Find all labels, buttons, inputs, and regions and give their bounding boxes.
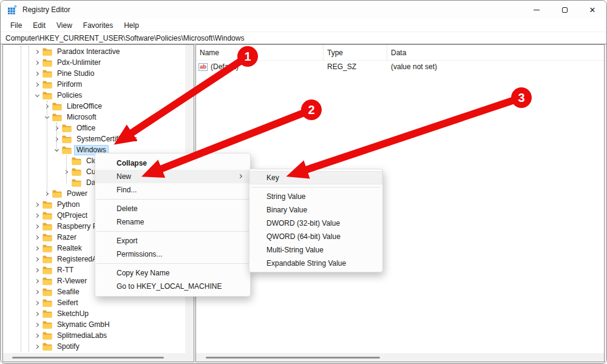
- menu-item-dword-32-bit-value[interactable]: DWORD (32-bit) Value: [249, 217, 382, 230]
- menu-item-new[interactable]: New: [95, 170, 250, 183]
- chevron-icon[interactable]: [33, 233, 41, 241]
- chevron-icon[interactable]: [33, 298, 41, 307]
- menubar-item-label: View: [56, 21, 72, 30]
- menu-item-rename[interactable]: Rename: [95, 215, 250, 229]
- menu-bar: FileEditViewFavoritesHelp: [1, 19, 606, 32]
- menu-item-collapse[interactable]: Collapse: [95, 157, 250, 170]
- list-horizontal-scrollbar[interactable]: [196, 353, 604, 362]
- menu-item-permissions[interactable]: Permissions...: [95, 248, 250, 261]
- close-button[interactable]: ✕: [578, 1, 606, 19]
- menu-item-delete[interactable]: Delete: [95, 202, 250, 215]
- tree-horizontal-scrollbar[interactable]: [3, 353, 194, 362]
- minimize-button[interactable]: [523, 1, 551, 19]
- menubar-item-help[interactable]: Help: [118, 20, 144, 31]
- chevron-icon[interactable]: [33, 47, 41, 56]
- menu-item-key[interactable]: Key: [249, 171, 382, 184]
- chevron-icon[interactable]: [33, 211, 41, 220]
- menu-item-label: Go to HKEY_LOCAL_MACHINE: [117, 282, 222, 291]
- tree-item[interactable]: SplitmediaLabs: [3, 330, 185, 341]
- menu-item-string-value[interactable]: String Value: [249, 190, 382, 203]
- value-type: REG_SZ: [324, 62, 387, 71]
- tree-item[interactable]: Policies: [3, 90, 185, 101]
- menubar-item-favorites[interactable]: Favorites: [78, 20, 118, 31]
- tree-item-label: Pine Studio: [55, 69, 97, 79]
- tree-item[interactable]: Skymatic GmbH: [3, 319, 185, 330]
- chevron-icon[interactable]: [33, 80, 41, 89]
- tree-item[interactable]: LibreOffice: [3, 101, 185, 112]
- tree-item-label: Realtek: [55, 243, 84, 254]
- folder-icon: [52, 113, 62, 121]
- folder-icon: [42, 288, 52, 296]
- chevron-icon[interactable]: [33, 342, 41, 351]
- menu-item-binary-value[interactable]: Binary Value: [249, 203, 382, 217]
- folder-icon: [42, 310, 52, 318]
- menu-item-label: Collapse: [117, 159, 147, 167]
- menu-item-copy-key-name[interactable]: Copy Key Name: [95, 266, 250, 280]
- chevron-icon[interactable]: [33, 222, 41, 231]
- tree-item-label: SystemCertificates: [74, 134, 140, 144]
- tree-item[interactable]: Piriform: [3, 79, 185, 90]
- chevron-icon[interactable]: [33, 255, 41, 263]
- menu-item-expandable-string-value[interactable]: Expandable String Value: [249, 257, 382, 270]
- address-bar[interactable]: Computer\HKEY_CURRENT_USER\Software\Poli…: [1, 32, 606, 44]
- column-header-type[interactable]: Type: [324, 45, 387, 60]
- menubar-item-label: File: [10, 21, 22, 30]
- tree-item[interactable]: Paradox Interactive: [3, 46, 185, 57]
- chevron-icon[interactable]: [33, 320, 41, 329]
- chevron-icon[interactable]: [33, 58, 41, 67]
- menu-item-find[interactable]: Find...: [95, 183, 250, 197]
- tree-item-label: Raspberry P: [55, 221, 100, 232]
- folder-icon: [52, 103, 62, 110]
- tree-item-label: Policies: [55, 90, 84, 101]
- menubar-item-label: Edit: [33, 21, 46, 30]
- menu-item-label: QWORD (64-bit) Value: [266, 232, 341, 241]
- menu-item-qword-64-bit-value[interactable]: QWORD (64-bit) Value: [249, 230, 382, 243]
- tree-item[interactable]: Office: [3, 123, 185, 133]
- tree-item-label: Python: [55, 200, 82, 210]
- tree-item[interactable]: Spotify: [3, 341, 185, 352]
- horizontal-scrollbar-thumb[interactable]: [12, 357, 164, 359]
- chevron-icon[interactable]: [33, 244, 41, 252]
- tree-item-label: Spotify: [55, 342, 82, 352]
- chevron-icon[interactable]: [33, 200, 41, 209]
- chevron-icon[interactable]: [33, 331, 41, 340]
- tree-item-label: LibreOffice: [64, 101, 104, 112]
- tree-item[interactable]: Pine Studio: [3, 68, 185, 79]
- tree-item[interactable]: Pdx-Unlimiter: [3, 57, 185, 68]
- chevron-icon[interactable]: [33, 266, 41, 274]
- tree-item[interactable]: SystemCertificates: [3, 133, 185, 144]
- maximize-button[interactable]: [551, 1, 578, 19]
- tree-guide-line: [29, 46, 29, 352]
- folder-icon: [62, 146, 72, 154]
- tree-item-label: R-TT: [55, 265, 76, 275]
- menu-item-multi-string-value[interactable]: Multi-String Value: [249, 243, 382, 257]
- column-header-data[interactable]: Data: [387, 49, 604, 57]
- submenu-chevron-icon: [238, 174, 242, 178]
- menu-item-go-to-hkey-local-machine[interactable]: Go to HKEY_LOCAL_MACHINE: [95, 280, 250, 293]
- tree-item-label: Seafile: [55, 287, 82, 297]
- value-data: (value not set): [387, 62, 604, 71]
- menu-item-label: String Value: [266, 192, 305, 201]
- menubar-item-file[interactable]: File: [5, 20, 27, 31]
- tree-item[interactable]: Seifert: [3, 297, 185, 308]
- table-row[interactable]: ab (Default) REG_SZ (value not set): [196, 61, 604, 73]
- tree-item[interactable]: SketchUp: [3, 308, 185, 319]
- tree-item-label: Power: [64, 189, 90, 199]
- chevron-icon[interactable]: [33, 288, 41, 296]
- chevron-icon[interactable]: [33, 309, 41, 318]
- tree-item-label: Skymatic GmbH: [55, 320, 112, 330]
- menubar-item-edit[interactable]: Edit: [27, 20, 51, 31]
- registry-editor-icon: [7, 5, 17, 15]
- column-header-name[interactable]: Name: [196, 45, 324, 60]
- chevron-icon[interactable]: [33, 277, 41, 285]
- menubar-item-view[interactable]: View: [51, 20, 78, 31]
- chevron-icon[interactable]: [33, 91, 41, 99]
- chevron-icon[interactable]: [33, 69, 41, 78]
- tree-item[interactable]: Microsoft: [3, 112, 185, 123]
- maximize-icon: [562, 7, 568, 13]
- horizontal-scrollbar-thumb[interactable]: [206, 357, 380, 359]
- tree-guide-line: [66, 155, 67, 183]
- folder-icon: [42, 332, 52, 340]
- menu-item-export[interactable]: Export: [95, 234, 250, 248]
- folder-icon: [42, 255, 52, 263]
